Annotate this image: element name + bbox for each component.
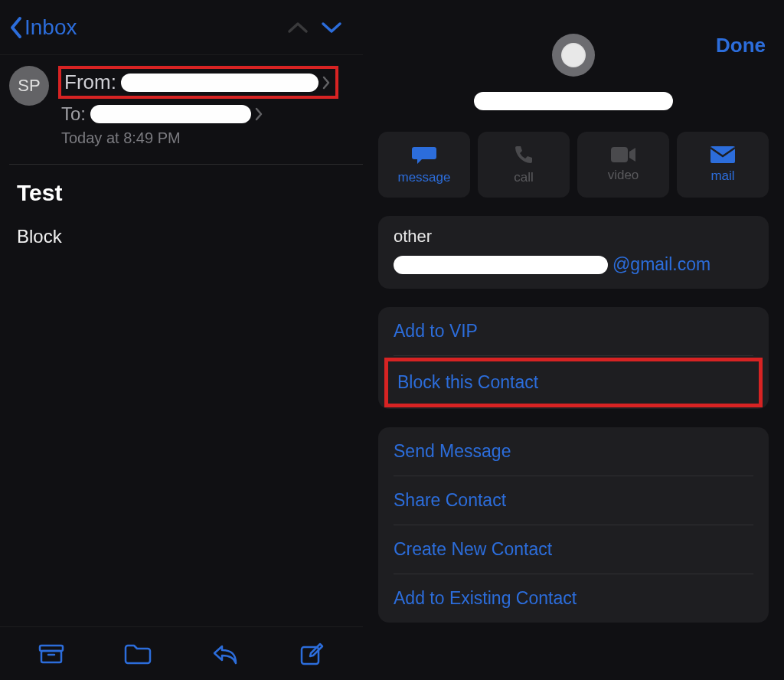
contact-actions-card: Send Message Share Contact Create New Co… bbox=[378, 427, 769, 623]
contact-header: Done bbox=[363, 0, 784, 113]
from-row[interactable]: From: bbox=[58, 66, 338, 99]
chevron-right-icon bbox=[254, 106, 263, 122]
to-label: To: bbox=[61, 103, 86, 125]
compose-button[interactable] bbox=[296, 639, 327, 669]
done-button[interactable]: Done bbox=[716, 34, 766, 57]
send-message-button[interactable]: Send Message bbox=[378, 427, 769, 476]
message-header: SP From: To: Today at 8:49 PM bbox=[0, 55, 363, 147]
action-label: message bbox=[398, 170, 451, 185]
from-value-redacted bbox=[121, 74, 318, 92]
archive-icon bbox=[38, 642, 64, 665]
previous-message-button[interactable] bbox=[286, 20, 320, 35]
create-new-contact-button[interactable]: Create New Contact bbox=[378, 525, 769, 574]
video-icon bbox=[610, 146, 636, 163]
action-label: call bbox=[514, 170, 534, 185]
svg-rect-5 bbox=[710, 146, 735, 163]
video-action[interactable]: video bbox=[577, 132, 669, 198]
action-label: video bbox=[608, 168, 639, 183]
to-value-redacted bbox=[90, 105, 251, 123]
from-label: From: bbox=[64, 70, 116, 94]
email-field[interactable]: other @gmail.com bbox=[378, 216, 769, 289]
email-type-label: other bbox=[394, 227, 753, 247]
call-action[interactable]: call bbox=[478, 132, 570, 198]
action-label: mail bbox=[710, 168, 734, 184]
chevron-down-icon bbox=[320, 20, 343, 35]
archive-button[interactable] bbox=[36, 639, 67, 669]
email-value-redacted bbox=[394, 256, 608, 274]
reply-icon bbox=[211, 642, 239, 665]
next-message-button[interactable] bbox=[320, 20, 354, 35]
add-to-vip-button[interactable]: Add to VIP bbox=[378, 307, 769, 355]
chevron-left-icon bbox=[9, 16, 23, 39]
email-card: other @gmail.com bbox=[378, 216, 769, 289]
message-body: Block bbox=[0, 221, 363, 252]
share-contact-button[interactable]: Share Contact bbox=[378, 476, 769, 525]
to-row[interactable]: To: bbox=[58, 102, 354, 126]
chevron-up-icon bbox=[286, 20, 309, 35]
move-button[interactable] bbox=[122, 639, 153, 669]
svg-rect-4 bbox=[611, 147, 628, 162]
separator bbox=[394, 355, 753, 356]
add-to-existing-contact-button[interactable]: Add to Existing Contact bbox=[378, 574, 769, 623]
nav-bar: Inbox bbox=[0, 0, 363, 55]
bottom-toolbar bbox=[0, 626, 363, 680]
email-suffix: @gmail.com bbox=[612, 254, 710, 275]
folder-icon bbox=[123, 642, 152, 665]
mail-icon bbox=[710, 145, 736, 164]
compose-icon bbox=[299, 642, 324, 666]
message-subject: Test bbox=[0, 165, 363, 221]
vip-block-card: Add to VIP Block this Contact bbox=[378, 307, 769, 409]
sender-avatar[interactable]: SP bbox=[9, 66, 49, 106]
contact-card-pane: Done message call video bbox=[363, 0, 784, 680]
back-button[interactable]: Inbox bbox=[9, 15, 77, 40]
svg-rect-1 bbox=[41, 651, 61, 662]
phone-icon bbox=[513, 144, 534, 165]
chevron-right-icon bbox=[322, 75, 331, 90]
message-action[interactable]: message bbox=[378, 132, 470, 198]
block-contact-button[interactable]: Block this Contact bbox=[384, 358, 763, 407]
reply-button[interactable] bbox=[210, 639, 240, 669]
contact-avatar[interactable] bbox=[552, 34, 595, 77]
mail-action[interactable]: mail bbox=[677, 132, 769, 198]
message-icon bbox=[411, 144, 437, 165]
message-date: Today at 8:49 PM bbox=[58, 129, 354, 147]
contact-action-row: message call video mail bbox=[363, 113, 784, 210]
mail-message-pane: Inbox SP From: To: bbox=[0, 0, 363, 680]
back-label: Inbox bbox=[24, 15, 77, 40]
contact-name-redacted bbox=[474, 92, 673, 110]
